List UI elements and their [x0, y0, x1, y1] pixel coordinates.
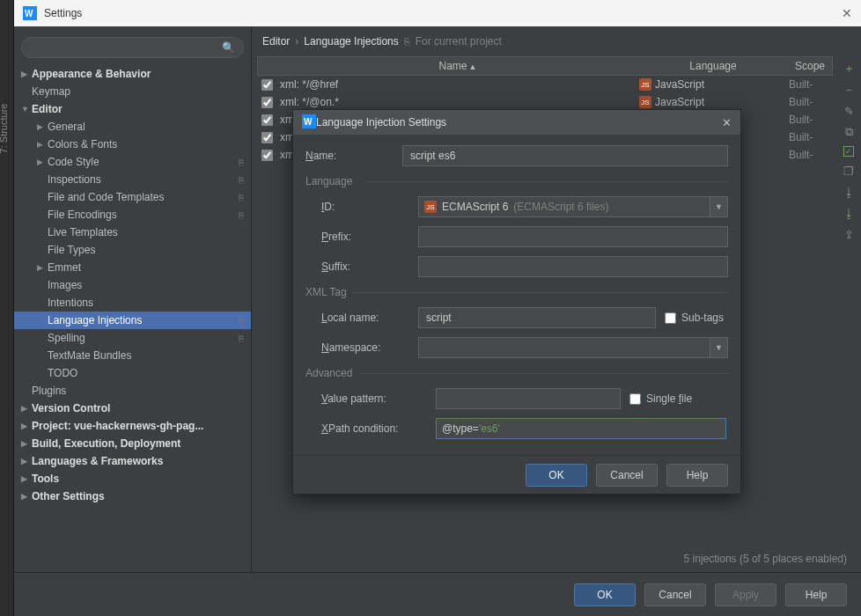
row-checkbox[interactable] [261, 79, 273, 91]
dialog-ok-button[interactable]: OK [526, 464, 587, 487]
help-button[interactable]: Help [785, 583, 847, 606]
svg-text:W: W [25, 9, 33, 18]
enable-icon[interactable]: ✓ [843, 146, 854, 157]
tree-item[interactable]: TextMate Bundles [14, 347, 251, 364]
tree-item[interactable]: File Types [14, 241, 251, 259]
tree-item-label: File Types [48, 244, 244, 256]
tree-item[interactable]: ▶Languages & Frameworks [14, 452, 251, 470]
row-lang: JSJavaScript [639, 96, 789, 108]
project-scope-icon: ⎘ [239, 175, 244, 185]
tree-item[interactable]: ▶Tools [14, 470, 251, 488]
dialog-help-button[interactable]: Help [666, 464, 728, 487]
xpath-input[interactable]: @type='es6' [436, 418, 726, 439]
breadcrumb-root[interactable]: Editor [262, 35, 290, 48]
id-hint: (ECMAScript 6 files) [513, 201, 608, 213]
search-icon: 🔍 [222, 41, 235, 54]
table-row[interactable]: xml: */@hrefJSJavaScriptBuilt- [257, 76, 833, 93]
share-icon[interactable]: ⇪ [842, 227, 856, 241]
valuepattern-input[interactable] [436, 388, 621, 409]
tree-item[interactable]: Language Injections⎘ [14, 312, 251, 329]
tree-item[interactable]: Plugins [14, 382, 251, 400]
tree-item[interactable]: ▶General [14, 118, 251, 136]
name-input[interactable] [402, 145, 728, 166]
table-row[interactable]: xml: */@on.*JSJavaScriptBuilt- [257, 93, 833, 111]
row-checkbox[interactable] [261, 150, 273, 161]
project-scope-icon: ⎘ [239, 193, 244, 202]
window-close-icon[interactable]: ✕ [842, 6, 852, 20]
col-language[interactable]: Language [638, 60, 788, 72]
expand-icon: ▶ [37, 263, 48, 272]
table-header: Name▲ Language Scope [257, 56, 833, 76]
row-checkbox[interactable] [261, 97, 273, 108]
subtags-checkbox[interactable] [665, 312, 676, 324]
tree-item[interactable]: TODO [14, 364, 251, 382]
prefix-input[interactable] [418, 226, 728, 247]
row-scope: Built- [789, 96, 833, 108]
add-icon[interactable]: ＋ [842, 62, 856, 76]
tree-item[interactable]: Spelling⎘ [14, 329, 251, 347]
row-scope: Built- [789, 131, 833, 143]
tree-item[interactable]: ▶Version Control [14, 400, 251, 417]
tree-item[interactable]: ▶Code Style⎘ [14, 153, 251, 171]
project-scope-icon: ⎘ [239, 316, 244, 326]
tree-item-label: Spelling [48, 332, 239, 344]
col-scope[interactable]: Scope [788, 60, 832, 72]
import-icon[interactable]: ⭳ [842, 185, 856, 199]
svg-text:W: W [304, 117, 313, 127]
tree-item[interactable]: ▶Appearance & Behavior [14, 65, 251, 83]
name-label: Name: [305, 150, 402, 162]
ok-button[interactable]: OK [574, 583, 636, 606]
language-injection-dialog: W Language Injection Settings ✕ Name: La… [292, 109, 741, 495]
tree-item[interactable]: Images [14, 276, 251, 294]
namespace-combo[interactable]: ▼ [418, 337, 728, 358]
row-checkbox[interactable] [261, 132, 273, 143]
tree-item[interactable]: ▶Other Settings [14, 488, 251, 505]
sort-asc-icon: ▲ [469, 62, 477, 71]
id-combo[interactable]: JS ECMAScript 6 (ECMAScript 6 files) ▼ [418, 196, 728, 217]
dialog-cancel-button[interactable]: Cancel [596, 464, 658, 487]
section-language: Language [305, 175, 728, 187]
expand-open-icon: ▼ [21, 105, 32, 114]
breadcrumb-note: For current project [416, 35, 502, 48]
tree-item[interactable]: Inspections⎘ [14, 171, 251, 188]
dropdown-icon[interactable]: ▼ [710, 197, 727, 216]
section-xmltag: XML Tag [305, 286, 728, 298]
dialog-close-icon[interactable]: ✕ [722, 116, 732, 129]
tree-item[interactable]: Keymap [14, 83, 251, 100]
col-name[interactable]: Name▲ [277, 60, 638, 72]
duplicate-icon[interactable]: ❐ [842, 164, 856, 178]
suffix-input[interactable] [418, 256, 728, 277]
tree-item-label: TextMate Bundles [48, 349, 244, 362]
tree-item[interactable]: File Encodings⎘ [14, 206, 251, 224]
localname-input[interactable] [418, 307, 656, 328]
tree-item-label: Keymap [32, 85, 244, 98]
edit-icon[interactable]: ✎ [842, 104, 856, 118]
dropdown-icon[interactable]: ▼ [710, 338, 727, 357]
suffix-label: Suffix: [321, 260, 418, 273]
left-strip-label[interactable]: 7: Structure [0, 104, 9, 154]
singlefile-checkbox[interactable] [629, 393, 641, 405]
tree-item[interactable]: ▶Build, Execution, Deployment [14, 435, 251, 452]
remove-icon[interactable]: － [842, 83, 856, 97]
breadcrumb-sep-icon: › [295, 35, 298, 48]
tree-item[interactable]: ▶Project: vue-hackernews-gh-pag... [14, 417, 251, 435]
id-label: ID: [321, 201, 418, 213]
tree-item-label: Language Injections [48, 314, 239, 326]
ecma-icon: JS [424, 201, 437, 213]
export-icon[interactable]: ⭳ [842, 206, 856, 220]
tree-item[interactable]: File and Code Templates⎘ [14, 188, 251, 206]
copy-icon[interactable]: ⧉ [842, 125, 856, 139]
tree-item[interactable]: Live Templates [14, 224, 251, 241]
tree-item[interactable]: ▼Editor [14, 100, 251, 118]
tree-item[interactable]: Intentions [14, 294, 251, 312]
js-icon: JS [639, 96, 651, 108]
tree-item[interactable]: ▶Colors & Fonts [14, 136, 251, 153]
row-checkbox[interactable] [261, 114, 273, 126]
apply-button[interactable]: Apply [715, 583, 776, 606]
expand-icon: ▶ [21, 70, 32, 78]
cancel-button[interactable]: Cancel [644, 583, 706, 606]
search-input[interactable] [21, 37, 244, 58]
tree-item[interactable]: ▶Emmet [14, 259, 251, 276]
titlebar: W Settings ✕ [14, 0, 861, 26]
tree-item-label: Live Templates [48, 226, 244, 238]
